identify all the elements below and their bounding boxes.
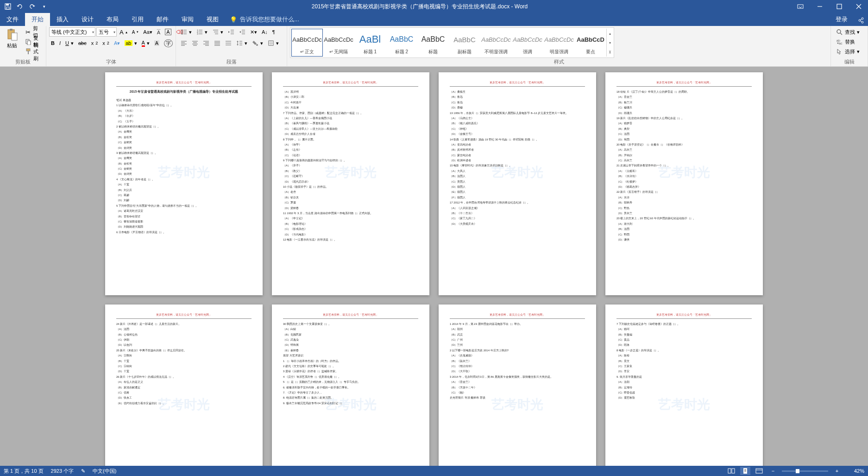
tab-design[interactable]: 设计 (75, 13, 100, 26)
strikethrough-button[interactable]: abc (76, 38, 88, 48)
svg-rect-19 (28, 51, 29, 54)
change-case-button[interactable]: Aa▾ (141, 27, 154, 37)
scissors-icon: ✂ (25, 28, 31, 36)
text-effects-button[interactable]: A▾ (112, 38, 122, 48)
svg-rect-1 (6, 4, 9, 6)
font-size-combo[interactable]: 五号 (96, 27, 117, 37)
font-group-label: 字体 (46, 58, 176, 65)
font-color-button[interactable]: A▾ (140, 38, 151, 48)
align-center-button[interactable] (190, 38, 200, 48)
svg-point-22 (182, 32, 183, 33)
cursor-icon (836, 48, 843, 55)
char-border-button[interactable]: A (163, 27, 173, 37)
format-painter-button[interactable]: 格式刷 (23, 47, 43, 56)
asian-layout-button[interactable]: ✕▾ (248, 27, 259, 37)
paragraph-group-label: 段落 (176, 58, 287, 65)
subscript-button[interactable]: x2 (89, 38, 100, 48)
tab-review[interactable]: 审阅 (175, 13, 200, 26)
tab-references[interactable]: 引用 (125, 13, 150, 26)
phonetic-guide-button[interactable]: A (155, 27, 162, 37)
justify-button[interactable] (212, 38, 222, 48)
lightbulb-icon: 💡 (230, 16, 237, 23)
styles-gallery[interactable]: AaBbCcDc↵ 正文AaBbCcDc↵ 无间隔AaBl标题 1AaBbC标题… (290, 27, 614, 58)
save-icon[interactable] (4, 2, 12, 11)
gallery-more-icon[interactable]: ⊻ (607, 47, 613, 57)
bullets-button[interactable]: ▾ (179, 27, 194, 37)
style-item-5[interactable]: AaBbC副标题 (449, 29, 480, 57)
distribute-button[interactable] (223, 38, 233, 48)
share-icon[interactable] (854, 15, 868, 26)
paste-icon (6, 28, 19, 41)
superscript-button[interactable]: x2 (101, 38, 111, 48)
editing-group-label: 编辑 (831, 58, 868, 65)
svg-rect-5 (837, 4, 842, 9)
svg-rect-2 (6, 7, 9, 9)
svg-line-69 (840, 33, 842, 35)
shading-button[interactable]: ▾ (250, 38, 265, 48)
decrease-indent-button[interactable] (226, 27, 236, 37)
enclose-char-button[interactable]: 字 (162, 38, 175, 48)
style-item-2[interactable]: AaBl标题 1 (354, 29, 386, 57)
line-spacing-button[interactable]: ▾ (234, 38, 249, 48)
close-icon[interactable] (849, 0, 868, 13)
find-button[interactable]: 查找▾ (834, 27, 862, 37)
highlight-button[interactable]: ab▾ (123, 38, 138, 48)
svg-line-11 (861, 19, 862, 20)
style-item-3[interactable]: AaBbC标题 2 (386, 29, 417, 57)
style-item-8[interactable]: AaBbCcDc明显强调 (543, 29, 575, 57)
tab-view[interactable]: 视图 (200, 13, 225, 26)
style-item-0[interactable]: AaBbCcDc↵ 正文 (291, 29, 323, 57)
ribbon-options-icon[interactable] (791, 0, 810, 13)
tab-home[interactable]: 开始 (25, 13, 50, 26)
increase-indent-button[interactable] (237, 27, 247, 37)
qat-customize-icon[interactable]: ▾ (40, 2, 48, 11)
align-left-button[interactable] (179, 38, 189, 48)
brush-icon (25, 48, 31, 55)
tab-file[interactable]: 文件 (0, 13, 25, 26)
char-shading-button[interactable]: A (152, 38, 161, 48)
style-item-1[interactable]: AaBbCcDc↵ 无间隔 (323, 29, 354, 57)
search-icon (836, 28, 843, 36)
show-marks-button[interactable]: ¶ (270, 27, 277, 37)
svg-point-20 (182, 30, 183, 31)
login-button[interactable]: 登录 (829, 13, 854, 26)
tell-me-search[interactable]: 💡 告诉我您想要做什么... (225, 13, 304, 26)
redo-icon[interactable] (28, 2, 36, 11)
underline-button[interactable]: U▾ (63, 38, 75, 48)
gallery-up-icon[interactable]: ▴ (607, 29, 613, 38)
numbering-button[interactable]: 123▾ (195, 27, 209, 37)
tab-layout[interactable]: 布局 (100, 13, 125, 26)
tab-insert[interactable]: 插入 (50, 13, 75, 26)
svg-point-24 (182, 33, 183, 35)
shrink-font-button[interactable]: A▾ (130, 27, 141, 37)
font-name-combo[interactable]: 等线 (中文正文) (49, 27, 95, 37)
svg-rect-14 (10, 29, 13, 31)
borders-button[interactable]: ▾ (266, 38, 281, 48)
align-right-button[interactable] (201, 38, 211, 48)
select-button[interactable]: 选择▾ (834, 47, 862, 56)
sort-button[interactable]: A↓ (260, 27, 270, 37)
grow-font-button[interactable]: A▴ (118, 27, 129, 37)
italic-button[interactable]: I (57, 38, 63, 48)
tab-mailings[interactable]: 邮件 (150, 13, 175, 26)
svg-line-12 (861, 21, 862, 22)
replace-button[interactable]: abac 替换 (834, 37, 862, 46)
styles-group-label: 样式 (287, 58, 830, 65)
paste-button[interactable]: 粘贴 (3, 27, 21, 50)
replace-icon: abac (836, 38, 843, 45)
undo-icon[interactable] (16, 2, 24, 11)
style-item-7[interactable]: AaBbCcDc强调 (512, 29, 543, 57)
bold-button[interactable]: B (49, 38, 57, 48)
style-item-4[interactable]: AaBbC标题 (417, 29, 449, 57)
svg-text:ac: ac (839, 42, 843, 45)
svg-point-64 (256, 44, 258, 46)
minimize-icon[interactable] (811, 0, 829, 13)
svg-rect-15 (12, 33, 17, 40)
style-item-6[interactable]: AaBbCcDc不明显强调 (480, 29, 512, 57)
maximize-icon[interactable] (830, 0, 849, 13)
style-item-9[interactable]: AaBbCcD要点 (575, 29, 606, 57)
multilevel-list-button[interactable]: ▾ (210, 27, 225, 37)
window-title: 2015年甘肃省普通高校戏剧与影视学类（广播电视编导）专业招生统考试题.docx… (48, 3, 791, 11)
clipboard-group-label: 剪贴板 (0, 58, 46, 65)
gallery-down-icon[interactable]: ▾ (607, 38, 613, 47)
